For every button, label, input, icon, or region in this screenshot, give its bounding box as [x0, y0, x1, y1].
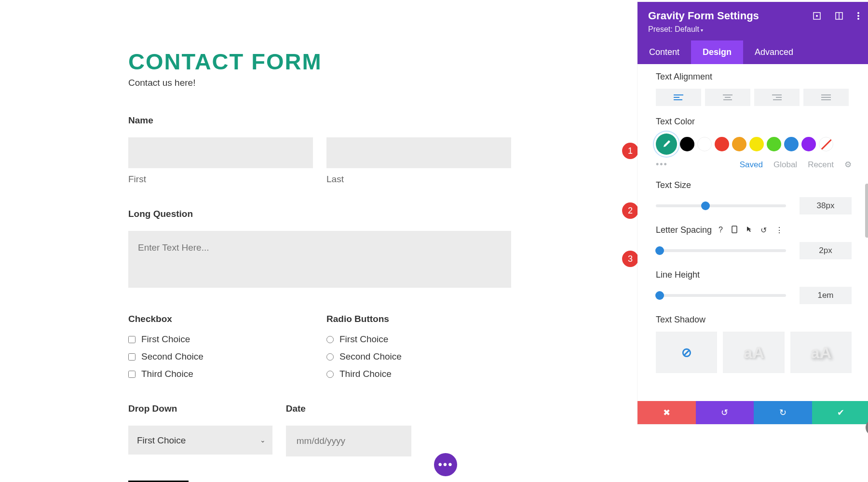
checkbox-input[interactable]	[128, 353, 136, 361]
text-shadow-option[interactable]: aA	[723, 332, 784, 373]
first-name-input[interactable]	[128, 137, 313, 168]
caret-down-icon: ▾	[701, 27, 703, 33]
last-sublabel: Last	[326, 174, 511, 185]
slider-thumb[interactable]	[701, 201, 710, 210]
color-swatch[interactable]	[801, 137, 816, 151]
save-button[interactable]: ✔	[812, 401, 868, 424]
line-height-slider[interactable]	[656, 294, 786, 297]
last-name-input[interactable]	[326, 137, 511, 168]
slider-thumb[interactable]	[655, 246, 664, 255]
color-swatch[interactable]	[732, 137, 746, 151]
callout-badge-3: 3	[622, 251, 638, 267]
color-swatch-none[interactable]	[819, 137, 833, 151]
line-height-label: Line Height	[656, 270, 852, 280]
text-shadow-option[interactable]: aA	[790, 332, 852, 373]
date-input[interactable]	[286, 426, 411, 456]
panel-footer: ✖ ↺ ↻ ✔	[637, 401, 868, 424]
checkbox-choice[interactable]: Third Choice	[128, 369, 313, 379]
checkbox-input[interactable]	[128, 336, 136, 343]
callout-badge-2: 2	[622, 202, 638, 219]
color-swatch[interactable]	[680, 137, 694, 151]
tab-advanced[interactable]: Advanced	[743, 40, 805, 64]
align-center-button[interactable]	[705, 89, 750, 106]
text-size-label: Text Size	[656, 180, 852, 190]
long-question-textarea[interactable]	[128, 231, 511, 288]
text-size-slider[interactable]	[656, 204, 786, 207]
radio-choice[interactable]: Second Choice	[326, 351, 511, 362]
close-icon: ✖	[663, 407, 670, 418]
more-colors-icon[interactable]: •••	[656, 160, 668, 170]
form-title: CONTACT FORM	[128, 48, 511, 75]
color-swatch[interactable]	[767, 137, 781, 151]
swatch-tab-recent[interactable]: Recent	[808, 160, 834, 170]
form-subtitle: Contact us here!	[128, 78, 511, 88]
text-alignment-label: Text Alignment	[656, 72, 852, 82]
checkbox-choice[interactable]: Second Choice	[128, 351, 313, 362]
swatch-tab-global[interactable]: Global	[773, 160, 797, 170]
line-height-value[interactable]: 1em	[800, 287, 852, 304]
dots-icon: •••	[438, 458, 453, 471]
radio-input[interactable]	[326, 336, 334, 343]
callout-badge-1: 1	[622, 143, 638, 159]
radio-input[interactable]	[326, 371, 334, 378]
gear-icon[interactable]: ⚙	[844, 160, 852, 170]
tab-design[interactable]: Design	[691, 40, 743, 64]
redo-button[interactable]: ↻	[754, 401, 812, 424]
text-color-label: Text Color	[656, 117, 852, 127]
date-label: Date	[286, 403, 411, 414]
more-actions-fab[interactable]: •••	[434, 453, 457, 476]
radio-choice[interactable]: First Choice	[326, 334, 511, 345]
form-preview: CONTACT FORM Contact us here! Name First…	[0, 0, 511, 482]
panel-title: Gravity Form Settings	[648, 10, 759, 22]
dropdown-label: Drop Down	[128, 403, 272, 414]
checkbox-choice[interactable]: First Choice	[128, 334, 313, 345]
help-icon[interactable]: ?	[719, 226, 723, 235]
svg-point-4	[857, 12, 859, 14]
reset-icon[interactable]: ↺	[760, 226, 767, 235]
long-question-label: Long Question	[128, 209, 511, 219]
cancel-button[interactable]: ✖	[637, 401, 696, 424]
color-swatch[interactable]	[715, 137, 729, 151]
text-shadow-label: Text Shadow	[656, 315, 852, 325]
panel-body: Text Alignment Text Color	[637, 64, 868, 401]
letter-spacing-value[interactable]: 2px	[800, 242, 852, 259]
letter-spacing-slider[interactable]	[656, 249, 786, 252]
color-swatch[interactable]	[749, 137, 764, 151]
columns-icon[interactable]	[835, 12, 843, 20]
swatch-tab-saved[interactable]: Saved	[740, 160, 763, 170]
text-shadow-none[interactable]: ⊘	[656, 332, 717, 373]
svg-point-6	[857, 18, 859, 20]
slider-thumb[interactable]	[655, 291, 664, 300]
color-swatch[interactable]	[784, 137, 799, 151]
kebab-menu-icon[interactable]: ⋮	[775, 226, 783, 235]
undo-button[interactable]: ↺	[696, 401, 754, 424]
align-justify-button[interactable]	[803, 89, 849, 106]
scrollbar-thumb[interactable]	[865, 184, 868, 238]
none-icon: ⊘	[681, 345, 692, 360]
radio-label: Radio Buttons	[326, 314, 511, 324]
panel-header: Gravity Form Settings Preset: Default▾	[637, 2, 868, 40]
align-right-button[interactable]	[754, 89, 800, 106]
check-icon: ✔	[837, 407, 844, 418]
undo-icon: ↺	[721, 407, 728, 418]
checkbox-label: Checkbox	[128, 314, 313, 324]
tab-content[interactable]: Content	[637, 40, 691, 64]
preset-selector[interactable]: Preset: Default▾	[648, 25, 859, 34]
dropdown-select[interactable]: First Choice	[128, 426, 272, 455]
svg-point-5	[857, 15, 859, 17]
svg-point-1	[816, 15, 818, 17]
color-swatch[interactable]	[697, 137, 712, 151]
expand-icon[interactable]	[813, 12, 821, 20]
radio-choice[interactable]: Third Choice	[326, 369, 511, 379]
letter-spacing-label: Letter Spacing	[656, 225, 712, 235]
color-swatch-selected[interactable]	[656, 134, 677, 155]
kebab-menu-icon[interactable]	[857, 12, 859, 20]
mobile-icon[interactable]	[732, 226, 737, 235]
radio-input[interactable]	[326, 353, 334, 361]
hover-icon[interactable]	[746, 226, 752, 235]
text-size-value[interactable]: 38px	[800, 197, 852, 214]
name-label: Name	[128, 115, 511, 126]
align-left-button[interactable]	[656, 89, 701, 106]
checkbox-input[interactable]	[128, 371, 136, 378]
eyedropper-icon	[662, 139, 671, 149]
